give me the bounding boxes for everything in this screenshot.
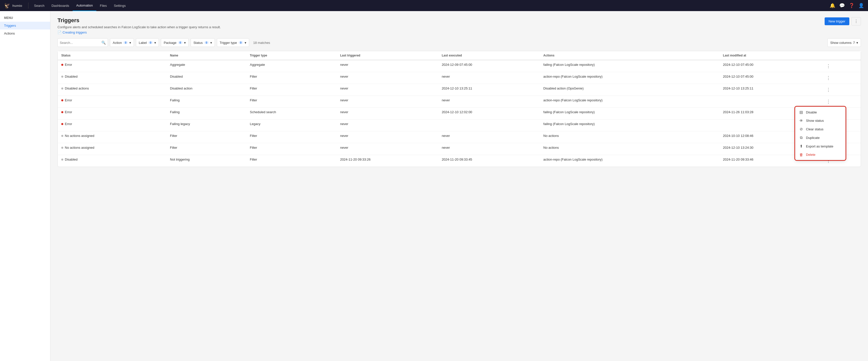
cell-actions-8: action-repo (Falcon LogScale repository) [540, 155, 719, 167]
top-nav: 🦅 humio Search Dashboards Automation Fil… [0, 0, 868, 11]
status-filter-chevron: ▾ [210, 41, 212, 45]
menu-label-duplicate: Duplicate [806, 136, 819, 140]
status-label-8: Disabled [65, 158, 78, 161]
nav-dashboards[interactable]: Dashboards [48, 0, 73, 11]
status-label-0: Error [65, 63, 72, 67]
cell-status-2: Disabled actions [58, 84, 166, 96]
context-menu-item-disable[interactable]: ▤ Disable [795, 108, 845, 117]
cell-row-menu-3: ⋮ [821, 96, 861, 108]
main-content: Triggers Configure alerts and scheduled … [51, 11, 868, 361]
menu-icon-delete: 🗑 [799, 153, 803, 157]
table-row: Disabled Not triggering Filter 2024-11-2… [58, 155, 861, 167]
status-filter-button[interactable]: Status 0 ▾ [191, 38, 215, 47]
search-input[interactable] [60, 41, 100, 45]
cell-trigger-type-5: Legacy [246, 120, 337, 131]
cell-name-1: Disabled [166, 72, 246, 84]
row-menu-button-2[interactable]: ⋮ [825, 87, 832, 93]
new-trigger-button[interactable]: New trigger [825, 18, 849, 25]
show-columns-button[interactable]: Show columns 7 ▾ [828, 38, 861, 47]
cell-actions-4: failing (Falcon LogScale repository) [540, 108, 719, 120]
cell-actions-6: No actions [540, 131, 719, 143]
status-label-5: Error [65, 122, 72, 126]
row-menu-button-3[interactable]: ⋮ [825, 98, 832, 105]
help-icon[interactable]: ❓ [849, 3, 855, 8]
cell-actions-2: Disabled action (OpsGenie) [540, 84, 719, 96]
menu-label-export-as-template: Export as template [806, 144, 833, 148]
cell-last-executed-3: never [438, 96, 540, 108]
cell-name-0: Aggregate [166, 60, 246, 72]
cell-last-executed-5 [438, 120, 540, 131]
menu-label-show-status: Show status [806, 119, 824, 123]
cell-trigger-type-4: Scheduled search [246, 108, 337, 120]
table-row: Disabled Disabled Filter never never act… [58, 72, 861, 84]
nav-files[interactable]: Files [96, 0, 110, 11]
page-more-options-button[interactable]: ⋮ [851, 17, 861, 26]
nav-search[interactable]: Search [31, 0, 48, 11]
nav-settings[interactable]: Settings [111, 0, 129, 11]
cell-last-triggered-5: never [337, 120, 438, 131]
cell-last-executed-6: never [438, 131, 540, 143]
col-last-modified: Last modified at [719, 51, 821, 60]
search-icon: 🔍 [101, 41, 106, 45]
package-filter-button[interactable]: Package 0 ▾ [161, 38, 189, 47]
logo[interactable]: 🦅 humio [4, 2, 22, 8]
user-icon[interactable]: 👤 [859, 3, 864, 8]
cell-actions-3: action-repo (Falcon LogScale repository) [540, 96, 719, 108]
menu-icon-clear-status: ⊘ [799, 127, 803, 131]
action-filter-label: Action [113, 41, 122, 45]
chat-icon[interactable]: 💬 [839, 3, 845, 8]
link-label: Creating triggers [63, 31, 87, 34]
show-columns-count: 7 [853, 41, 855, 45]
menu-icon-duplicate: ⧉ [799, 135, 803, 140]
cell-trigger-type-6: Filter [246, 131, 337, 143]
page-description: Configure alerts and scheduled searches … [58, 25, 221, 29]
status-label-1: Disabled [65, 75, 78, 78]
col-trigger-type: Trigger type [246, 51, 337, 60]
sidebar-item-actions[interactable]: Actions [0, 30, 50, 37]
context-menu-item-duplicate[interactable]: ⧉ Duplicate [795, 133, 845, 142]
cell-last-triggered-3: never [337, 96, 438, 108]
row-menu-button-1[interactable]: ⋮ [825, 75, 832, 81]
table-row: Error Aggregate Aggregate never 2024-12-… [58, 60, 861, 72]
cell-row-menu-2: ⋮ [821, 84, 861, 96]
show-columns-label: Show columns [830, 41, 851, 45]
row-menu-button-0[interactable]: ⋮ [825, 63, 832, 69]
action-filter-button[interactable]: Action 0 ▾ [110, 38, 134, 47]
nav-automation[interactable]: Automation [73, 0, 96, 11]
cell-name-3: Failing [166, 96, 246, 108]
cell-status-7: No actions assigned [58, 143, 166, 155]
table-header-row: Status Name Trigger type Last triggered … [58, 51, 861, 60]
logo-text: humio [12, 4, 22, 7]
cell-last-modified-2: 2024-12-10 13:25:11 [719, 84, 821, 96]
status-label-3: Error [65, 98, 72, 102]
col-last-executed: Last executed [438, 51, 540, 60]
cell-status-8: Disabled [58, 155, 166, 167]
cell-actions-1: action-repo (Falcon LogScale repository) [540, 72, 719, 84]
cell-last-modified-3 [719, 96, 821, 108]
trigger-type-filter-label: Trigger type [220, 41, 237, 45]
cell-last-triggered-6: never [337, 131, 438, 143]
trigger-type-filter-badge: 0 [239, 41, 243, 44]
col-actions: Actions [540, 51, 719, 60]
label-filter-button[interactable]: Label 0 ▾ [136, 38, 159, 47]
context-menu-item-delete[interactable]: 🗑 Delete [795, 151, 845, 159]
context-menu-item-export-as-template[interactable]: ⬆ Export as template [795, 142, 845, 151]
cell-last-executed-0: 2024-12-09 07:45:00 [438, 60, 540, 72]
cell-status-1: Disabled [58, 72, 166, 84]
cell-actions-0: failing (Falcon LogScale repository) [540, 60, 719, 72]
status-filter-badge: 0 [204, 41, 209, 44]
cell-last-triggered-4: never [337, 108, 438, 120]
status-dot-5 [61, 123, 63, 125]
notification-icon[interactable]: 🔔 [830, 3, 835, 8]
triggers-table: Status Name Trigger type Last triggered … [58, 51, 861, 167]
context-menu-item-clear-status[interactable]: ⊘ Clear status [795, 125, 845, 133]
creating-triggers-link[interactable]: 📄 Creating triggers [58, 31, 221, 34]
app-layout: Menu Triggers Actions Triggers Configure… [0, 11, 868, 361]
sidebar-item-triggers[interactable]: Triggers [0, 22, 50, 30]
cell-trigger-type-3: Filter [246, 96, 337, 108]
trigger-type-filter-button[interactable]: Trigger type 0 ▾ [217, 38, 249, 47]
col-name: Name [166, 51, 246, 60]
page-header-left: Triggers Configure alerts and scheduled … [58, 17, 221, 34]
context-menu-item-show-status[interactable]: 👁 Show status [795, 117, 845, 125]
cell-trigger-type-1: Filter [246, 72, 337, 84]
